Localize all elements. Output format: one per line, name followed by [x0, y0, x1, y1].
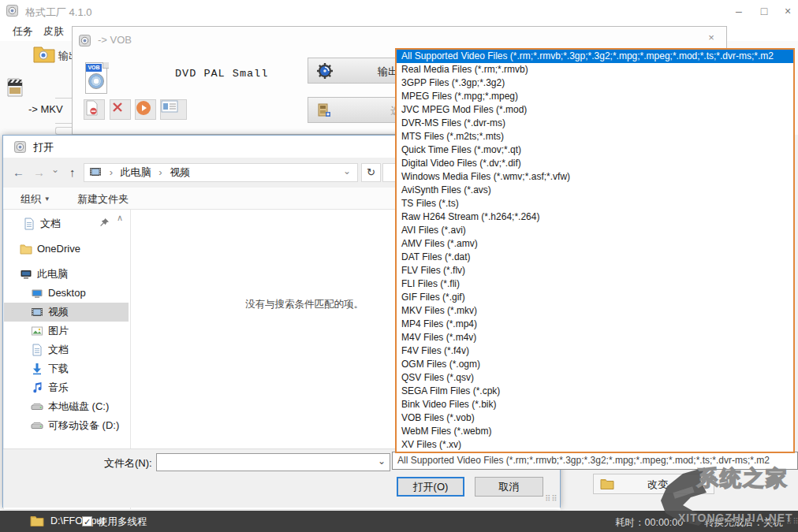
sidebar-item-此电脑[interactable]: 此电脑 — [4, 265, 129, 284]
filetype-option[interactable]: 3GPP Files (*.3gp;*.3g2) — [397, 76, 793, 90]
drive-icon — [31, 419, 43, 432]
multithread-checkbox[interactable]: ✓ — [82, 516, 92, 526]
change-folder-button[interactable]: 改变 — [593, 474, 714, 494]
sidebar-item-文档[interactable]: 文档 — [4, 214, 129, 233]
filetype-option[interactable]: Digital Video Files (*.dv;*.dif) — [397, 157, 793, 170]
filetype-option[interactable]: OGM Files (*.ogm) — [397, 358, 793, 371]
filetype-option[interactable]: AMV Files (*.amv) — [397, 237, 793, 251]
sidebar-item-label: 视频 — [48, 303, 69, 322]
pin-icon — [99, 218, 110, 229]
crumb-separator-icon: › — [154, 166, 166, 178]
filetype-option[interactable]: DVR-MS Files (*.dvr-ms) — [397, 117, 793, 130]
play-button[interactable] — [135, 99, 156, 120]
sidebar-item-本地磁盘 (C:)[interactable]: 本地磁盘 (C:) — [4, 397, 129, 416]
filetype-option[interactable]: VOB Files (*.vob) — [397, 411, 793, 425]
vob-close-icon[interactable]: × — [700, 30, 722, 46]
menu-skins[interactable]: 皮肤 — [43, 24, 64, 39]
tree-item-mkv[interactable]: -> MKV — [28, 103, 63, 115]
new-folder-button[interactable]: 新建文件夹 — [77, 192, 129, 206]
filetype-option[interactable]: Real Media Files (*.rm;*.rmvb) — [397, 63, 793, 76]
statusbar-grip: ⠿⠿ — [786, 517, 798, 526]
filetype-option[interactable]: MPEG Files (*.mpg;*.mpeg) — [397, 90, 793, 103]
filetype-option[interactable]: GIF Files (*.gif) — [397, 291, 793, 304]
filetype-option[interactable]: JVC MPEG Mod Files (*.mod) — [397, 103, 793, 117]
cancel-button[interactable]: 取消 — [475, 477, 543, 497]
sidebar-item-Desktop[interactable]: Desktop — [4, 284, 129, 303]
screenshot-root: 格式工厂 4.1.0 – □ × 任务 皮肤 输出文件 -> MKV -> VO… — [0, 0, 798, 532]
history-chevron-icon[interactable]: ⌄ — [51, 162, 59, 177]
menu-tasks[interactable]: 任务 — [13, 24, 33, 39]
preset-name: DVD PAL Small — [175, 68, 268, 80]
minimize-button[interactable]: – — [727, 0, 751, 22]
empty-message: 没有与搜索条件匹配的项。 — [245, 298, 364, 311]
filetype-option[interactable]: F4V Files (*.f4v) — [397, 344, 793, 358]
sidebar-item-视频[interactable]: 视频 — [4, 303, 129, 322]
sidebar-item-下载[interactable]: 下载 — [4, 359, 129, 378]
gear-icon — [316, 62, 334, 80]
refresh-button[interactable]: ↻ — [361, 163, 381, 182]
after-task-setting[interactable]: 转换完成后：关机 — [704, 516, 783, 530]
sidebar-item-OneDrive[interactable]: OneDrive — [4, 240, 129, 259]
remove-file-button[interactable] — [84, 99, 105, 120]
filetype-option[interactable]: Windows Media Files (*.wmv;*.asf;*.vfw) — [397, 170, 793, 184]
open-dialog-title: 打开 — [33, 140, 54, 154]
sidebar-item-label: 此电脑 — [37, 265, 68, 284]
list-icon — [161, 100, 186, 113]
filetype-combobox[interactable]: All Supported Video Files (*.rm;*.rmvb;*… — [392, 452, 798, 470]
app-icon — [6, 5, 19, 17]
ff-statusbar: D:\FFOutput ✓ 使用多线程 耗时：00:00:00 转换完成后：关机… — [0, 511, 798, 532]
filetype-option[interactable]: DAT Files (*.dat) — [397, 251, 793, 264]
breadcrumb-videos[interactable]: 视频 — [170, 166, 190, 178]
crumb-separator-icon: › — [105, 166, 117, 178]
filetype-option[interactable]: MKV Files (*.mkv) — [397, 304, 793, 318]
vob-dialog-icon — [79, 35, 91, 47]
filetype-option[interactable]: FLI Files (*.fli) — [397, 277, 793, 291]
sidebar-item-label: 下载 — [48, 359, 69, 378]
filetype-option[interactable]: SEGA Film Files (*.cpk) — [397, 385, 793, 398]
music-icon — [31, 381, 43, 394]
open-button[interactable]: 打开(O) — [397, 477, 464, 497]
filename-chevron-icon[interactable]: ⌄ — [378, 456, 386, 467]
sidebar-item-图片[interactable]: 图片 — [4, 322, 129, 340]
breadcrumb-this-pc[interactable]: 此电脑 — [121, 166, 151, 178]
multithread-label: 使用多线程 — [98, 515, 147, 529]
tree-connector — [55, 123, 72, 124]
delete-x-icon — [110, 100, 130, 114]
output-path[interactable]: D:\FFOutput — [50, 515, 105, 526]
document-icon — [23, 218, 35, 230]
sidebar-item-音乐[interactable]: 音乐 — [4, 378, 129, 397]
breadcrumb-chevron-icon[interactable]: ⌄ — [343, 162, 351, 180]
filetype-option[interactable]: FLV Files (*.flv) — [397, 264, 793, 277]
close-button[interactable]: × — [776, 0, 798, 22]
sidebar-item-label: 可移动设备 (D:) — [48, 416, 119, 435]
forward-icon[interactable]: → — [33, 165, 45, 180]
sidebar-item-文档[interactable]: 文档 — [4, 340, 129, 359]
filetype-option[interactable]: MP4 Files (*.mp4) — [397, 318, 793, 331]
filetype-option[interactable]: AVI Files (*.avi) — [397, 224, 793, 237]
filetype-option[interactable]: Bink Video Files (*.bik) — [397, 398, 793, 411]
filetype-option[interactable]: M4V Files (*.m4v) — [397, 331, 793, 344]
filetype-option[interactable]: Quick Time Files (*.mov;*.qt) — [397, 143, 793, 157]
filetype-option[interactable]: QSV Files (*.qsv) — [397, 371, 793, 385]
filetype-option[interactable]: All Supported Video Files (*.rm;*.rmvb;*… — [397, 50, 793, 63]
filetype-option[interactable]: WebM Files (*.webm) — [397, 425, 793, 438]
organize-button[interactable]: 组织 ▼ — [21, 192, 50, 206]
filename-input[interactable]: ⌄ — [156, 453, 390, 471]
filetype-option[interactable]: Raw H264 Stream (*.h264;*.264) — [397, 210, 793, 224]
sidebar-item-可移动设备 (D:)[interactable]: 可移动设备 (D:) — [4, 416, 129, 435]
maximize-button[interactable]: □ — [752, 0, 776, 22]
filetype-option[interactable]: MTS Files (*.m2ts;*.mts) — [397, 130, 793, 143]
info-list-button[interactable] — [160, 99, 187, 120]
delete-button[interactable] — [110, 99, 131, 120]
resize-grip[interactable]: ⠿⠿ — [545, 494, 556, 505]
filetype-option[interactable]: AviSynth Files (*.avs) — [397, 184, 793, 197]
cd-icon — [88, 73, 104, 89]
up-icon[interactable]: ↑ — [69, 165, 76, 180]
filetype-option[interactable]: XV Files (*.xv) — [397, 438, 793, 452]
file-fold — [103, 62, 109, 69]
back-icon[interactable]: ← — [13, 165, 24, 180]
output-path-folder-icon — [30, 515, 44, 526]
filetype-option[interactable]: TS Files (*.ts) — [397, 197, 793, 210]
change-folder-label: 改变 — [647, 478, 668, 492]
breadcrumb[interactable]: › 此电脑 › 视频 ⌄ — [84, 163, 358, 182]
